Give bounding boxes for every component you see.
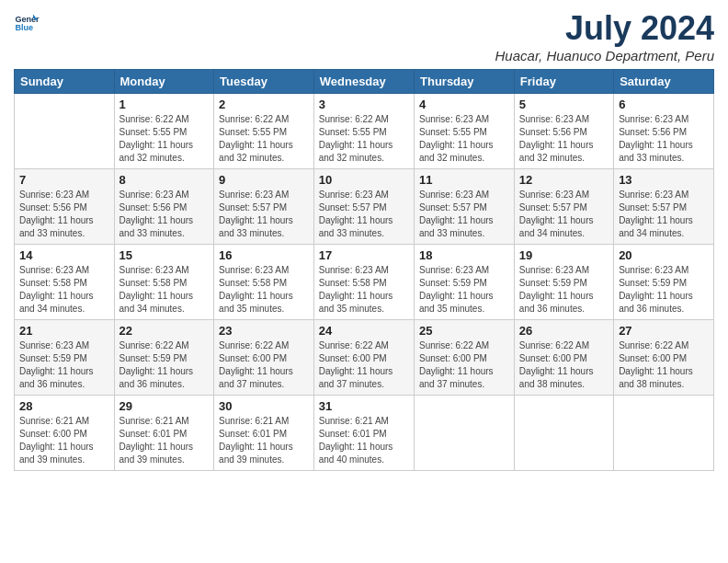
calendar-cell: 24Sunrise: 6:22 AM Sunset: 6:00 PM Dayli…: [313, 320, 414, 396]
day-number: 8: [119, 173, 210, 187]
calendar-cell: 8Sunrise: 6:23 AM Sunset: 5:56 PM Daylig…: [114, 169, 214, 245]
calendar-header-row: SundayMondayTuesdayWednesdayThursdayFrid…: [15, 70, 714, 94]
calendar-cell: 11Sunrise: 6:23 AM Sunset: 5:57 PM Dayli…: [415, 169, 515, 245]
calendar-cell: [415, 396, 515, 471]
day-info: Sunrise: 6:23 AM Sunset: 5:58 PM Dayligh…: [219, 264, 309, 316]
day-number: 26: [519, 324, 609, 338]
day-number: 14: [19, 248, 109, 262]
day-number: 16: [219, 248, 309, 262]
day-number: 12: [519, 173, 609, 187]
calendar-cell: 12Sunrise: 6:23 AM Sunset: 5:57 PM Dayli…: [514, 169, 613, 245]
calendar-week-row: 1Sunrise: 6:22 AM Sunset: 5:55 PM Daylig…: [15, 94, 714, 169]
day-number: 17: [319, 248, 409, 262]
day-info: Sunrise: 6:23 AM Sunset: 5:55 PM Dayligh…: [419, 113, 509, 165]
day-number: 15: [119, 248, 210, 262]
day-number: 31: [319, 399, 409, 413]
day-info: Sunrise: 6:21 AM Sunset: 6:01 PM Dayligh…: [119, 415, 210, 466]
day-number: 21: [19, 324, 109, 338]
day-header-wednesday: Wednesday: [313, 70, 414, 94]
day-number: 28: [19, 399, 109, 413]
calendar-cell: 29Sunrise: 6:21 AM Sunset: 6:01 PM Dayli…: [114, 396, 214, 471]
calendar-cell: [514, 396, 613, 471]
day-info: Sunrise: 6:23 AM Sunset: 5:59 PM Dayligh…: [419, 264, 509, 316]
day-info: Sunrise: 6:22 AM Sunset: 6:00 PM Dayligh…: [519, 339, 609, 391]
subtitle: Huacar, Huanuco Department, Peru: [495, 48, 714, 63]
day-number: 4: [419, 98, 509, 111]
day-header-sunday: Sunday: [15, 70, 115, 94]
day-number: 9: [219, 173, 309, 187]
calendar-cell: 2Sunrise: 6:22 AM Sunset: 5:55 PM Daylig…: [214, 94, 314, 169]
day-number: 27: [619, 324, 709, 338]
calendar-cell: 22Sunrise: 6:22 AM Sunset: 5:59 PM Dayli…: [114, 320, 214, 396]
day-number: 30: [219, 399, 309, 413]
calendar-cell: 21Sunrise: 6:23 AM Sunset: 5:59 PM Dayli…: [15, 320, 115, 396]
day-number: 5: [519, 98, 609, 111]
logo: General Blue: [14, 9, 40, 35]
day-info: Sunrise: 6:22 AM Sunset: 5:55 PM Dayligh…: [119, 113, 210, 165]
day-number: 25: [419, 324, 509, 338]
day-number: 18: [419, 248, 509, 262]
day-info: Sunrise: 6:23 AM Sunset: 5:57 PM Dayligh…: [219, 189, 309, 240]
calendar-cell: 14Sunrise: 6:23 AM Sunset: 5:58 PM Dayli…: [15, 245, 115, 320]
day-header-monday: Monday: [114, 70, 214, 94]
day-number: 10: [319, 173, 409, 187]
calendar-cell: [614, 396, 714, 471]
day-number: 22: [119, 324, 210, 338]
calendar-cell: 26Sunrise: 6:22 AM Sunset: 6:00 PM Dayli…: [514, 320, 613, 396]
day-info: Sunrise: 6:23 AM Sunset: 5:56 PM Dayligh…: [619, 113, 709, 165]
day-info: Sunrise: 6:23 AM Sunset: 5:56 PM Dayligh…: [119, 189, 210, 240]
calendar-cell: 27Sunrise: 6:22 AM Sunset: 6:00 PM Dayli…: [614, 320, 714, 396]
day-number: 20: [619, 248, 709, 262]
calendar-cell: 17Sunrise: 6:23 AM Sunset: 5:58 PM Dayli…: [313, 245, 414, 320]
day-info: Sunrise: 6:21 AM Sunset: 6:01 PM Dayligh…: [319, 415, 409, 466]
day-info: Sunrise: 6:22 AM Sunset: 6:00 PM Dayligh…: [319, 339, 409, 391]
main-title: July 2024: [495, 9, 714, 48]
calendar-cell: 6Sunrise: 6:23 AM Sunset: 5:56 PM Daylig…: [614, 94, 714, 169]
day-info: Sunrise: 6:23 AM Sunset: 5:56 PM Dayligh…: [519, 113, 609, 165]
day-info: Sunrise: 6:23 AM Sunset: 5:56 PM Dayligh…: [19, 189, 109, 240]
day-info: Sunrise: 6:22 AM Sunset: 5:59 PM Dayligh…: [119, 339, 210, 391]
day-number: 29: [119, 399, 210, 413]
calendar-week-row: 21Sunrise: 6:23 AM Sunset: 5:59 PM Dayli…: [15, 320, 714, 396]
day-info: Sunrise: 6:23 AM Sunset: 5:59 PM Dayligh…: [619, 264, 709, 316]
calendar-week-row: 14Sunrise: 6:23 AM Sunset: 5:58 PM Dayli…: [15, 245, 714, 320]
calendar-cell: 31Sunrise: 6:21 AM Sunset: 6:01 PM Dayli…: [313, 396, 414, 471]
calendar-cell: [15, 94, 115, 169]
calendar-week-row: 7Sunrise: 6:23 AM Sunset: 5:56 PM Daylig…: [15, 169, 714, 245]
day-info: Sunrise: 6:23 AM Sunset: 5:58 PM Dayligh…: [19, 264, 109, 316]
calendar-cell: 23Sunrise: 6:22 AM Sunset: 6:00 PM Dayli…: [214, 320, 314, 396]
day-header-saturday: Saturday: [614, 70, 714, 94]
day-number: 23: [219, 324, 309, 338]
day-number: 11: [419, 173, 509, 187]
day-number: 2: [219, 98, 309, 111]
calendar-cell: 3Sunrise: 6:22 AM Sunset: 5:55 PM Daylig…: [313, 94, 414, 169]
calendar-week-row: 28Sunrise: 6:21 AM Sunset: 6:00 PM Dayli…: [15, 396, 714, 471]
day-number: 13: [619, 173, 709, 187]
calendar-cell: 10Sunrise: 6:23 AM Sunset: 5:57 PM Dayli…: [313, 169, 414, 245]
day-number: 1: [119, 98, 210, 111]
day-info: Sunrise: 6:23 AM Sunset: 5:59 PM Dayligh…: [19, 339, 109, 391]
day-number: 6: [619, 98, 709, 111]
day-info: Sunrise: 6:22 AM Sunset: 6:00 PM Dayligh…: [419, 339, 509, 391]
title-block: July 2024 Huacar, Huanuco Department, Pe…: [495, 9, 714, 63]
day-info: Sunrise: 6:21 AM Sunset: 6:01 PM Dayligh…: [219, 415, 309, 466]
calendar-cell: 20Sunrise: 6:23 AM Sunset: 5:59 PM Dayli…: [614, 245, 714, 320]
svg-text:Blue: Blue: [15, 23, 33, 32]
calendar-cell: 4Sunrise: 6:23 AM Sunset: 5:55 PM Daylig…: [415, 94, 515, 169]
calendar-cell: 9Sunrise: 6:23 AM Sunset: 5:57 PM Daylig…: [214, 169, 314, 245]
day-info: Sunrise: 6:22 AM Sunset: 5:55 PM Dayligh…: [319, 113, 409, 165]
day-info: Sunrise: 6:23 AM Sunset: 5:58 PM Dayligh…: [119, 264, 210, 316]
day-info: Sunrise: 6:23 AM Sunset: 5:57 PM Dayligh…: [619, 189, 709, 240]
calendar-cell: 30Sunrise: 6:21 AM Sunset: 6:01 PM Dayli…: [214, 396, 314, 471]
logo-icon: General Blue: [14, 9, 40, 35]
day-number: 19: [519, 248, 609, 262]
day-number: 7: [19, 173, 109, 187]
day-info: Sunrise: 6:22 AM Sunset: 5:55 PM Dayligh…: [219, 113, 309, 165]
day-header-thursday: Thursday: [415, 70, 515, 94]
page-header: General Blue July 2024 Huacar, Huanuco D…: [14, 9, 714, 63]
day-info: Sunrise: 6:23 AM Sunset: 5:59 PM Dayligh…: [519, 264, 609, 316]
calendar-cell: 28Sunrise: 6:21 AM Sunset: 6:00 PM Dayli…: [15, 396, 115, 471]
calendar-cell: 16Sunrise: 6:23 AM Sunset: 5:58 PM Dayli…: [214, 245, 314, 320]
calendar-cell: 19Sunrise: 6:23 AM Sunset: 5:59 PM Dayli…: [514, 245, 613, 320]
day-info: Sunrise: 6:23 AM Sunset: 5:57 PM Dayligh…: [519, 189, 609, 240]
